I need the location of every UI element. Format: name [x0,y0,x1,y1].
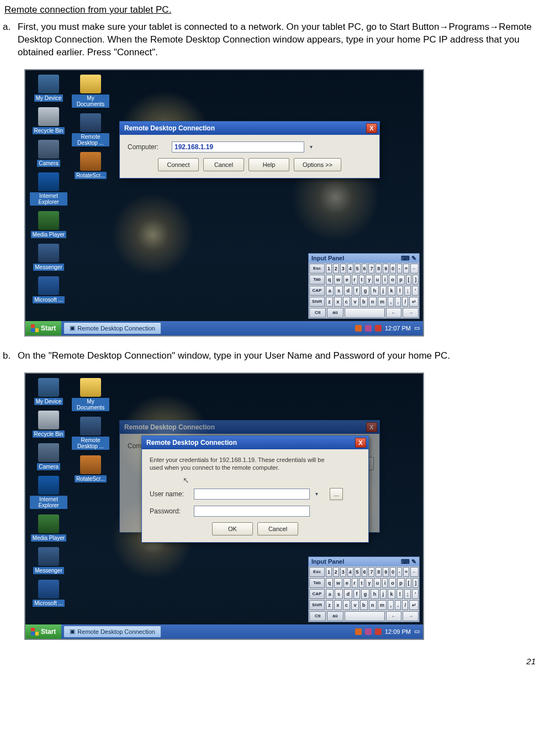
chevron-down-icon[interactable]: ▾ [310,144,319,150]
computer-input[interactable] [172,141,304,153]
keyboard-key[interactable]: c [343,297,351,307]
keyboard-key[interactable]: Tab [309,275,325,285]
keyboard-key[interactable]: 6 [362,567,368,577]
keyboard-key[interactable]: t [359,275,365,285]
keyboard-key[interactable]: d [344,286,352,296]
keyboard-key[interactable]: h [371,589,379,599]
keyboard-key[interactable]: e [343,578,351,588]
desktop-icon[interactable]: Remote Desktop ... [72,417,109,450]
keyboard-key[interactable]: ; [404,286,411,296]
ok-button[interactable]: OK [212,522,253,536]
keyboard-key[interactable]: Ctl [309,308,326,318]
keyboard-key[interactable]: ' [412,286,419,296]
keyboard-key[interactable]: ↵ [409,297,419,307]
keyboard-key[interactable]: Ctl [309,611,326,621]
keyboard-key[interactable]: m [378,297,387,307]
password-input[interactable] [194,506,310,517]
desktop-icon[interactable]: Microsoft ... [30,276,67,303]
taskbar-item-rdc[interactable]: ▣ Remote Desktop Connection [64,322,161,334]
desktop-icon[interactable]: My Documents [72,378,109,411]
tray-icon[interactable] [355,325,362,332]
keyboard-key[interactable]: i [382,578,388,588]
desktop-icon[interactable]: Media Player [30,514,67,542]
keyboard-key[interactable]: ← [410,567,419,577]
cancel-button[interactable]: Cancel [257,522,298,536]
keyboard-key[interactable]: 8 [376,567,382,577]
username-input[interactable] [194,489,310,500]
keyboard-key[interactable]: v [351,297,359,307]
dialog-titlebar[interactable]: Remote Desktop Connection X [142,436,368,449]
desktop-icon[interactable]: Messenger [30,547,67,574]
desktop-show-icon[interactable]: ▭ [414,628,420,635]
keyboard-key[interactable]: = [403,567,409,577]
keyboard-key[interactable]: f [353,589,360,599]
keyboard-key[interactable]: 4 [347,264,353,274]
keyboard-key[interactable]: . [395,600,401,610]
desktop-icon[interactable]: RotateScr... [72,152,109,179]
close-icon[interactable]: X [355,438,366,448]
keyboard-key[interactable]: - [397,567,402,577]
keyboard-key[interactable]: 0 [390,264,396,274]
keyboard-key[interactable]: o [389,275,396,285]
keyboard-key[interactable]: p [397,275,404,285]
keyboard-key[interactable]: Esc [309,567,325,577]
keyboard-key[interactable]: u [374,578,381,588]
desktop-icon[interactable]: Remote Desktop ... [72,113,109,146]
keyboard-key[interactable]: k [388,589,395,599]
keyboard-key[interactable]: s [335,589,342,599]
keyboard-key[interactable]: Shift [309,297,325,307]
keyboard-key[interactable]: 5 [355,264,361,274]
desktop-icon[interactable]: Camera [30,140,67,167]
keyboard-key[interactable]: 6 [362,264,368,274]
help-button[interactable]: Help [248,158,289,171]
keyboard-key[interactable]: j [380,286,387,296]
keyboard-key[interactable]: , [388,297,394,307]
start-button[interactable]: Start [25,321,61,335]
keyboard-key[interactable]: z [326,297,333,307]
keyboard-key[interactable]: 4 [347,567,353,577]
keyboard-key[interactable]: áü [327,611,343,621]
keyboard-key[interactable]: k [388,286,395,296]
desktop-icon[interactable]: Internet Explorer [30,172,67,206]
desktop-show-icon[interactable]: ▭ [414,324,420,332]
input-panel[interactable]: Input Panel ⌨ ✎ Esc1234567890-=←Tabqwert… [308,556,420,622]
keyboard-key[interactable]: x [334,600,342,610]
keyboard-key[interactable]: 7 [368,567,374,577]
keyboard-key[interactable]: 2 [333,567,339,577]
keyboard-key[interactable]: n [369,600,377,610]
system-tray[interactable]: 12:07 PM ▭ [355,324,423,332]
keyboard-key[interactable]: v [351,600,359,610]
desktop-icon[interactable]: Recycle Bin [30,107,67,134]
keyboard-key[interactable]: a [326,589,334,599]
tray-icon[interactable] [375,325,382,332]
keyboard-key[interactable]: 7 [368,264,374,274]
keyboard-key[interactable] [345,308,385,318]
keyboard-key[interactable]: / [402,600,408,610]
keyboard-key[interactable]: ← [386,611,402,621]
keyboard-key[interactable]: Shift [309,600,325,610]
keyboard-key[interactable]: ] [412,275,419,285]
keyboard-key[interactable]: ← [410,264,419,274]
keyboard-key[interactable]: g [361,286,369,296]
input-panel[interactable]: Input Panel ⌨ ✎ Esc1234567890-=←Tabqwert… [308,253,420,319]
chevron-down-icon[interactable]: ▾ [315,491,324,497]
cancel-button[interactable]: Cancel [203,158,244,171]
keyboard-key[interactable]: s [335,286,342,296]
keyboard-key[interactable]: e [343,275,351,285]
keyboard-key[interactable]: 2 [333,264,339,274]
keyboard-key[interactable]: CAP [309,286,325,296]
keyboard-key[interactable]: Esc [309,264,325,274]
keyboard-key[interactable]: l [396,286,403,296]
desktop-icon[interactable]: Messenger [30,244,67,271]
keyboard-key[interactable]: z [326,600,333,610]
keyboard-key[interactable]: 5 [355,567,361,577]
keyboard-key[interactable]: ; [404,589,411,599]
keyboard-key[interactable]: x [334,297,342,307]
keyboard-key[interactable]: n [369,297,377,307]
system-tray[interactable]: 12:09 PM ▭ [355,628,423,635]
keyboard-key[interactable]: 1 [326,264,332,274]
taskbar-item-rdc[interactable]: ▣ Remote Desktop Connection [64,626,161,638]
keyboard-key[interactable]: ← [386,308,402,318]
desktop-icon[interactable]: Camera [30,443,67,470]
keyboard-key[interactable]: h [371,286,379,296]
